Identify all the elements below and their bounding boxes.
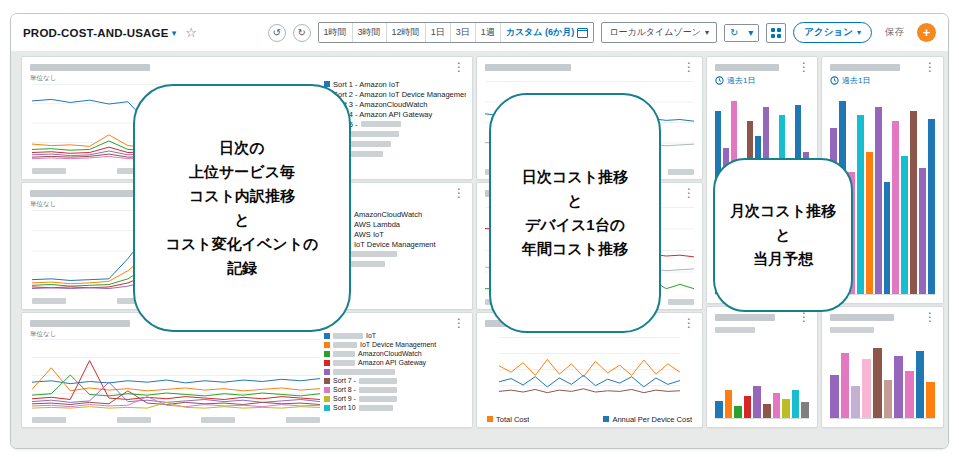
chart-bar	[725, 390, 733, 418]
legend-item[interactable]: Sort 1 - Amazon IoT	[324, 79, 466, 89]
legend-label: Sort 7 -	[333, 377, 356, 384]
annotation-line: 年間コスト推移	[522, 237, 628, 261]
legend-label: Sort 10	[333, 404, 356, 411]
time-range-1w[interactable]: 1週	[476, 23, 501, 42]
refresh-options-button[interactable]: ▾	[743, 25, 758, 41]
legend-label: Sort 8 -	[333, 386, 356, 393]
time-range-link[interactable]: 過去1日	[715, 75, 755, 86]
add-widget-button[interactable]: +	[917, 23, 936, 42]
widget-header: ⋮	[715, 61, 812, 73]
refresh-button[interactable]: ↻	[725, 25, 743, 41]
undo-button[interactable]: ↺	[268, 24, 286, 42]
annotation-daily-service-breakdown: 日次の 上位サービス毎 コスト内訳推移 と コスト変化イベントの 記録	[133, 84, 351, 332]
legend-label: Sort 1 - Amazon IoT	[333, 80, 400, 89]
save-button[interactable]: 保存	[879, 25, 910, 40]
redacted-tick	[32, 417, 66, 423]
widget-menu-icon[interactable]: ⋮	[796, 312, 812, 322]
redacted-text	[359, 378, 397, 384]
legend-item[interactable]: Sort 8 -	[324, 385, 466, 394]
chart-bar	[892, 121, 899, 294]
widget-menu-icon[interactable]: ⋮	[451, 188, 467, 198]
legend-label: Sort 9 -	[333, 395, 356, 402]
chart-bar	[901, 156, 908, 294]
custom-range-label: カスタム (6か月)	[506, 26, 575, 39]
chart-bar	[830, 375, 839, 418]
annotation-line: と	[567, 189, 582, 213]
chart-legend: IoTIoT Device ManagementAmazonCloudWatch…	[324, 331, 466, 425]
annotation-line: 上位サービス毎	[189, 160, 295, 184]
line-chart[interactable]	[32, 339, 320, 411]
legend-label: Total Cost	[496, 415, 529, 424]
time-range-custom[interactable]: カスタム (6か月)	[501, 23, 594, 42]
chart-bar	[910, 111, 917, 294]
legend-label: Sort 2 - Amazon IoT Device Management	[333, 90, 466, 99]
chart-bar	[792, 390, 800, 418]
redacted-tick	[286, 417, 320, 423]
chart-bar	[905, 371, 914, 418]
legend-item[interactable]	[324, 367, 466, 376]
actions-button[interactable]: アクション ▾	[793, 22, 872, 43]
chart-bar	[782, 399, 790, 418]
widget-menu-icon[interactable]: ⋮	[681, 62, 697, 72]
favorite-star-icon[interactable]: ☆	[185, 25, 197, 40]
timezone-select[interactable]: ローカルタイムゾーン ▾	[601, 22, 717, 43]
time-range-1h[interactable]: 1時間	[319, 23, 353, 42]
annotation-line: 月次コスト推移	[730, 199, 836, 223]
annotation-daily-cost-trend: 日次コスト推移 と デバイス1台の 年間コスト推移	[489, 93, 661, 333]
time-range-3d[interactable]: 3日	[451, 23, 476, 42]
widget-menu-icon[interactable]: ⋮	[922, 312, 938, 322]
chevron-down-icon: ▾	[857, 28, 861, 37]
legend-item[interactable]: Sort 10	[324, 403, 466, 412]
redacted-tick	[117, 417, 151, 423]
legend-swatch-icon	[487, 416, 493, 422]
dashboard-title: PROD-COST-AND-USAGE	[23, 27, 169, 39]
bar-chart[interactable]	[830, 339, 935, 419]
legend-label: IoT Device Management	[354, 240, 436, 249]
time-range-1d[interactable]: 1日	[426, 23, 451, 42]
legend-item[interactable]: Sort 7 -	[324, 376, 466, 385]
widget-menu-icon[interactable]: ⋮	[451, 62, 467, 72]
redo-button[interactable]: ↻	[293, 24, 311, 42]
annotation-line: 日次コスト推移	[522, 165, 628, 189]
redacted-widget-title	[30, 64, 150, 71]
range-label: 過去1日	[727, 75, 755, 86]
legend-label: IoT	[366, 332, 376, 339]
legend-item[interactable]: Amazon API Gateway	[324, 358, 466, 367]
time-range-12h[interactable]: 12時間	[387, 23, 426, 42]
widget-header: ⋮	[830, 61, 938, 73]
legend-swatch-icon	[324, 369, 330, 375]
redacted-tick	[201, 417, 235, 423]
redacted-subtitle	[715, 327, 755, 333]
chart-bar	[763, 404, 771, 418]
bar-chart[interactable]	[715, 339, 809, 419]
legend-item[interactable]: IoT Device Management	[324, 340, 466, 349]
time-range-3h[interactable]: 3時間	[353, 23, 387, 42]
annotation-line: デバイス1台の	[525, 213, 625, 237]
legend-item[interactable]: Total Cost	[487, 414, 529, 424]
chart-bar	[894, 356, 903, 418]
widget-menu-icon[interactable]: ⋮	[681, 318, 697, 328]
legend-item[interactable]: AmazonCloudWatch	[324, 349, 466, 358]
chart-bar	[926, 382, 935, 418]
redacted-tick	[32, 168, 66, 174]
annotation-line: コスト変化イベントの	[166, 232, 319, 256]
redacted-text	[359, 405, 393, 411]
widget-bars-forecast-2: ⋮	[821, 306, 944, 428]
widget-menu-icon[interactable]: ⋮	[451, 318, 467, 328]
legend-label: Amazon API Gateway	[358, 359, 426, 366]
redacted-tick	[32, 298, 66, 304]
widget-menu-icon[interactable]: ⋮	[681, 188, 697, 198]
legend-item[interactable]: Sort 2 - Amazon IoT Device Management	[324, 89, 466, 99]
legend-item[interactable]: Sort 9 -	[324, 394, 466, 403]
legend-label: AmazonCloudWatch	[354, 210, 422, 219]
legend-item[interactable]: IoT	[324, 331, 466, 340]
widget-menu-icon[interactable]: ⋮	[796, 62, 812, 72]
title-dropdown-icon[interactable]: ▾	[172, 28, 177, 38]
time-range-link[interactable]: 過去1日	[830, 75, 870, 86]
legend-item[interactable]: Annual Per Device Cost	[603, 414, 692, 424]
line-chart[interactable]	[499, 337, 680, 401]
widget-header: ⋮	[30, 61, 467, 73]
chart-bar	[866, 152, 873, 294]
widget-menu-icon[interactable]: ⋮	[922, 62, 938, 72]
widgets-grid-button[interactable]	[766, 23, 786, 43]
